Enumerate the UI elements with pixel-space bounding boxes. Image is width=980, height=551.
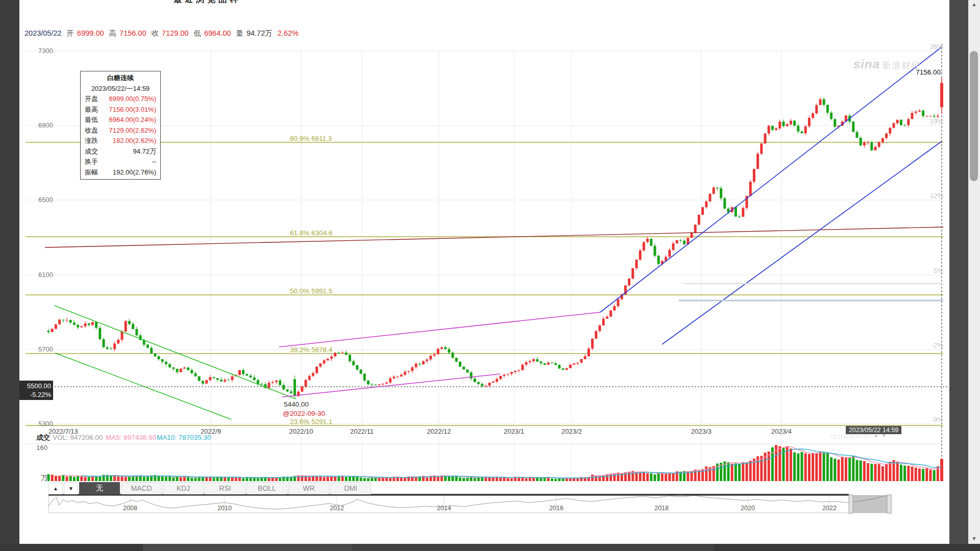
indicator-rsi-button[interactable]: RSI (205, 482, 246, 494)
indicator-none-button[interactable]: 无 (79, 482, 120, 494)
scroll-down-icon[interactable]: ▼ (968, 536, 980, 541)
scrollbar-thumb[interactable] (970, 51, 978, 181)
svg-text:26%: 26% (930, 43, 943, 51)
indicator-macd-button[interactable]: MACD (121, 482, 162, 494)
navigator: 20082010201220142016201820202022 (48, 494, 891, 513)
svg-text:2016: 2016 (549, 505, 564, 512)
svg-text:80.9% 6811.3: 80.9% 6811.3 (290, 135, 332, 142)
green-channel-lower (55, 353, 231, 419)
pane-collapse-arrows[interactable]: ▲▼ (873, 433, 890, 438)
svg-text:38.2% 5678.4: 38.2% 5678.4 (290, 346, 333, 354)
ohlc-info-bar: 2023/05/22 开6999.00 高7156.00 收7129.00 低6… (24, 29, 302, 38)
svg-text:2023/4: 2023/4 (771, 428, 792, 435)
svg-text:5700: 5700 (38, 345, 53, 353)
navigator-selection[interactable] (849, 495, 891, 513)
magenta-channel-upper (279, 312, 600, 347)
svg-text:2022/11: 2022/11 (350, 428, 374, 435)
tooltip-title: 白糖连续 (81, 73, 160, 84)
svg-text:2023/2: 2023/2 (561, 428, 582, 435)
app-window: 80.9% 6811.361.8% 6304.650.0% 5991.538.2… (0, 0, 980, 551)
bottom-bar (0, 544, 980, 551)
svg-text:成交: 成交 (36, 434, 51, 441)
dark-red-trendline (45, 227, 943, 247)
info-date: 2023/05/22 (24, 29, 62, 37)
svg-text:19%: 19% (930, 117, 943, 125)
svg-text:-2%: -2% (932, 341, 944, 349)
svg-text:2010: 2010 (217, 505, 232, 512)
svg-text:2022: 2022 (822, 505, 837, 512)
indicator-wr-button[interactable]: WR (288, 482, 329, 494)
indicator-boll-button[interactable]: BOLL (247, 482, 287, 494)
svg-text:6900: 6900 (38, 121, 53, 129)
sina-watermark: sina 新浪财经 (853, 57, 921, 71)
indicator-up-button[interactable]: ▲ (48, 482, 63, 494)
drag-grip[interactable] (830, 435, 871, 439)
svg-text:MA5: 697438.60: MA5: 697438.60 (106, 434, 156, 441)
svg-text:6500: 6500 (38, 196, 53, 204)
svg-text:2008: 2008 (123, 505, 137, 512)
info-change-pct: 2.62% (278, 29, 299, 37)
navigator-handle-right (887, 495, 891, 513)
trend-lines (45, 47, 943, 419)
gridlines (26, 51, 943, 481)
svg-text:2022/12: 2022/12 (427, 428, 451, 435)
green-channel-upper (55, 306, 296, 399)
svg-text:2023/1: 2023/1 (504, 428, 524, 435)
magenta-channel-lower (282, 374, 500, 397)
candle-wicks (48, 78, 942, 398)
svg-text:2020: 2020 (741, 505, 755, 512)
svg-text:6100: 6100 (38, 271, 53, 279)
annotations: 7156.005440.00@2022-09-30 (283, 68, 941, 417)
svg-text:MA10: 787035.30: MA10: 787035.30 (157, 434, 211, 441)
svg-text:5%: 5% (934, 267, 943, 274)
svg-text:@2022-09-30: @2022-09-30 (283, 410, 325, 417)
blue-channel-lower (662, 141, 942, 344)
volume-header: 成交VOL: 947206.00MA5: 697438.60MA10: 7870… (36, 434, 211, 482)
svg-text:5300: 5300 (38, 420, 53, 428)
fibonacci-levels: 80.9% 6811.361.8% 6304.650.0% 5991.538.2… (26, 135, 943, 425)
right-gutter (949, 0, 968, 544)
left-gutter (0, 0, 19, 544)
vertical-scrollbar[interactable]: ▲ ▼ (968, 0, 980, 544)
svg-text:2022/10: 2022/10 (289, 428, 313, 435)
volume-bars (47, 445, 944, 481)
prev-close-marker: 5500.00 -5.22% (19, 381, 53, 400)
svg-text:VOL: 947206.00: VOL: 947206.00 (53, 434, 103, 441)
candle-bodies (47, 83, 944, 396)
indicator-dmi-button[interactable]: DMI (330, 482, 371, 494)
blue-channel-upper (600, 47, 942, 312)
indicator-kdj-button[interactable]: KDJ (163, 482, 204, 494)
svg-text:2023/3: 2023/3 (691, 428, 712, 435)
svg-text:50.0% 5991.5: 50.0% 5991.5 (290, 287, 332, 295)
scroll-up-icon[interactable]: ▲ (968, 2, 980, 7)
svg-text:5440.00: 5440.00 (284, 400, 309, 408)
svg-text:12%: 12% (930, 192, 943, 199)
svg-text:61.8% 6304.6: 61.8% 6304.6 (290, 229, 332, 237)
svg-text:2018: 2018 (654, 505, 669, 512)
svg-text:万: 万 (41, 474, 47, 482)
svg-text:2014: 2014 (437, 505, 451, 512)
navigator-handle-left (849, 495, 853, 513)
svg-text:7300: 7300 (38, 47, 53, 55)
svg-text:160: 160 (36, 444, 47, 452)
svg-text:23.6% 5291.1: 23.6% 5291.1 (290, 418, 332, 425)
svg-text:-9%: -9% (932, 416, 944, 423)
tooltip-datetime: 2023/05/22/一14:59 (81, 84, 160, 94)
indicator-down-button[interactable]: ▼ (64, 482, 78, 494)
indicator-button-row: ▲ ▼ 无 MACD KDJ RSI BOLL WR DMI (48, 482, 371, 494)
recent-instruments-heading: 最近浏览品种 (174, 0, 241, 5)
ohlc-tooltip: 白糖连续 2023/05/22/一14:59 开盘6999.00(0.75%) … (80, 71, 161, 180)
